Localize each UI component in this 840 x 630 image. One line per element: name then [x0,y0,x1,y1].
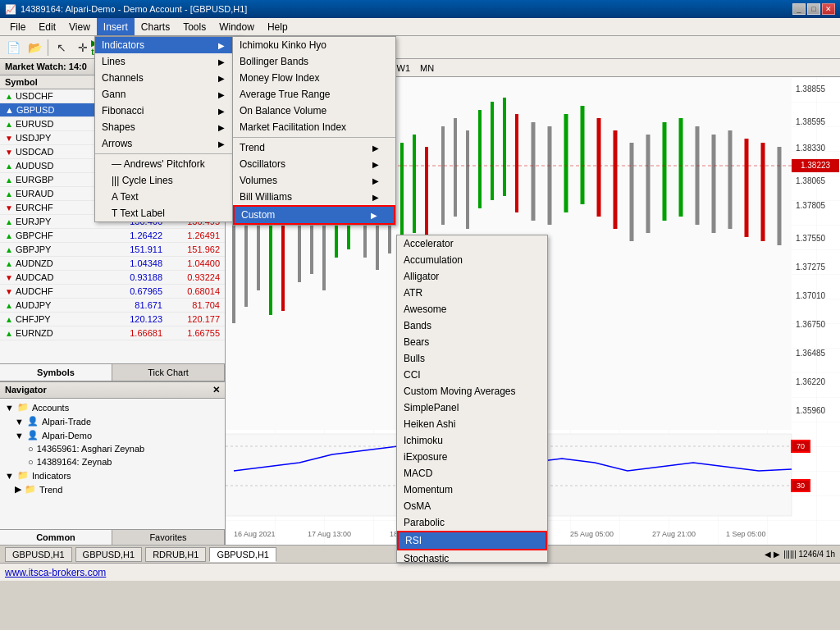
menu-edit[interactable]: Edit [32,18,62,35]
folder-icon: 📁 [25,484,36,495]
list-item[interactable]: ▲ GBPJPY 151.911151.962 [0,243,225,257]
svg-text:1.37275: 1.37275 [796,262,826,272]
tab-favorites[interactable]: Favorites [112,530,225,545]
submenu-bollinger[interactable]: Bollinger Bands [233,53,395,70]
list-item[interactable]: ▲ AUDNZD 1.043481.04400 [0,257,225,271]
menu-view[interactable]: View [62,18,97,35]
menu-lines[interactable]: Lines ▶ [95,53,241,70]
menu-help[interactable]: Help [261,18,294,35]
menu-tools[interactable]: Tools [176,18,212,35]
submenu-money-flow[interactable]: Money Flow Index [233,70,395,86]
menu-gann[interactable]: Gann ▶ [95,86,241,103]
custom-parabolic[interactable]: Parabolic [397,514,547,531]
menu-fibonacci[interactable]: Fibonacci ▶ [95,103,241,119]
list-item[interactable]: ▲ EURNZD 1.666811.66755 [0,326,225,340]
custom-atr[interactable]: ATR [397,285,547,301]
submenu-arrow: ▶ [218,57,225,66]
menu-indicators[interactable]: Indicators ▶ [95,37,241,53]
title-bar-buttons[interactable]: _ □ ✕ [792,3,835,15]
submenu-ichimoku[interactable]: Ichimoku Kinko Hyo [233,37,395,53]
list-item[interactable]: ▲ AUDJPY 81.67181.704 [0,299,225,313]
title-text: 14389164: Alpari-Demo - Demo Account - [… [21,4,247,14]
svg-text:25 Aug 05:00: 25 Aug 05:00 [570,530,614,538]
custom-momentum[interactable]: Momentum [397,482,547,498]
svg-text:1.38065: 1.38065 [796,176,826,185]
svg-text:1.36220: 1.36220 [796,377,826,386]
menu-text[interactable]: A Text [95,189,241,205]
custom-accumulation[interactable]: Accumulation [397,252,547,268]
status-right: ◀ ▶ |||||| 1246/4 1h [765,550,835,559]
status-scroll: ◀ ▶ [765,550,780,559]
nav-label: Trend [39,485,62,495]
maximize-button[interactable]: □ [807,3,820,15]
menu-insert[interactable]: Insert [97,18,135,35]
tab-symbols[interactable]: Symbols [0,364,112,381]
custom-bands[interactable]: Bands [397,317,547,334]
tab-tick-chart[interactable]: Tick Chart [112,364,225,381]
nav-item-accounts[interactable]: ▼ 📁 Accounts [2,400,223,414]
custom-bears[interactable]: Bears [397,334,547,350]
menu-charts[interactable]: Charts [135,18,176,35]
svg-text:1.38855: 1.38855 [796,84,826,94]
submenu-atr[interactable]: Average True Range [233,86,395,103]
submenu-oscillators[interactable]: Oscillators ▶ [233,156,395,172]
nav-label: 14389164: Zeynab [37,457,112,467]
custom-bulls[interactable]: Bulls [397,350,547,367]
tab-common[interactable]: Common [0,530,112,545]
svg-text:1.38223: 1.38223 [801,161,831,170]
nav-item-alpari-demo[interactable]: ▼ 👤 Alpari-Demo [2,428,223,442]
tf-mn[interactable]: MN [416,62,438,75]
nav-item-account-1[interactable]: ○ 14365961: Asghari Zeynab [2,442,223,455]
list-item[interactable]: ▲ CHFJPY 120.123120.177 [0,313,225,326]
menu-shapes[interactable]: Shapes ▶ [95,119,241,135]
nav-item-trend[interactable]: ▶ 📁 Trend [2,482,223,496]
submenu-obv[interactable]: On Balance Volume [233,103,395,119]
cursor-button[interactable]: ↖ [52,39,71,57]
custom-moving-averages[interactable]: Custom Moving Averages [397,383,547,399]
menu-window[interactable]: Window [212,18,261,35]
menu-file[interactable]: File [3,18,32,35]
custom-rsi[interactable]: RSI [397,531,547,550]
custom-accelerator[interactable]: Accelerator [397,235,547,252]
custom-stochastic[interactable]: Stochastic [397,550,547,563]
submenu-mfi[interactable]: Market Facilitation Index [233,119,395,135]
submenu-bill-williams[interactable]: Bill Williams ▶ [233,189,395,205]
chart-tab-1[interactable]: GBPUSD,H1 [5,547,72,562]
submenu-volumes[interactable]: Volumes ▶ [233,172,395,189]
custom-cci[interactable]: CCI [397,367,547,383]
open-button[interactable]: 📂 [25,39,44,57]
menu-channels[interactable]: Channels ▶ [95,70,241,86]
navigator-close[interactable]: ✕ [212,385,220,395]
submenu-trend[interactable]: Trend ▶ [233,139,395,156]
nav-label: Alpari-Demo [42,431,92,441]
svg-text:1.36485: 1.36485 [796,349,826,358]
list-item[interactable]: ▲ GBPCHF 1.264221.26491 [0,229,225,243]
list-item[interactable]: ▼ AUDCHF 0.679650.68014 [0,285,225,299]
nav-item-indicators[interactable]: ▼ 📁 Indicators [2,468,223,482]
menu-andrews-pitchfork[interactable]: — Andrews' Pitchfork [95,156,241,172]
chart-tab-3[interactable]: RDRUB,H1 [145,547,206,562]
menu-text-label[interactable]: T Text Label [95,205,241,221]
new-chart-button[interactable]: 📄 [3,39,23,57]
menu-arrows[interactable]: Arrows ▶ [95,135,241,152]
list-item[interactable]: ▼ AUDCAD 0.931880.93224 [0,271,225,285]
nav-item-alpari-trade[interactable]: ▼ 👤 Alpari-Trade [2,414,223,428]
custom-macd[interactable]: MACD [397,465,547,482]
custom-osma[interactable]: OsMA [397,498,547,514]
menu-cycle-lines[interactable]: ||| Cycle Lines [95,172,241,189]
close-button[interactable]: ✕ [822,3,835,15]
minimize-button[interactable]: _ [792,3,806,15]
crosshair-button[interactable]: ✛ [73,39,93,57]
submenu-custom[interactable]: Custom ▶ [233,205,395,225]
website-link[interactable]: www.itsca-brokers.com [5,567,106,578]
custom-alligator[interactable]: Alligator [397,268,547,285]
custom-awesome[interactable]: Awesome [397,301,547,317]
navigator-panel: Navigator ✕ ▼ 📁 Accounts ▼ 👤 Alpari-Trad… [0,381,225,545]
chart-tab-2[interactable]: GBPUSD,H1 [75,547,143,562]
custom-ichimoku[interactable]: Ichimoku [397,432,547,449]
custom-simple-panel[interactable]: SimplePanel [397,399,547,416]
custom-iexposure[interactable]: iExposure [397,449,547,465]
custom-heiken-ashi[interactable]: Heiken Ashi [397,416,547,432]
nav-item-account-2[interactable]: ○ 14389164: Zeynab [2,455,223,468]
chart-tab-4[interactable]: GBPUSD,H1 [209,547,276,562]
